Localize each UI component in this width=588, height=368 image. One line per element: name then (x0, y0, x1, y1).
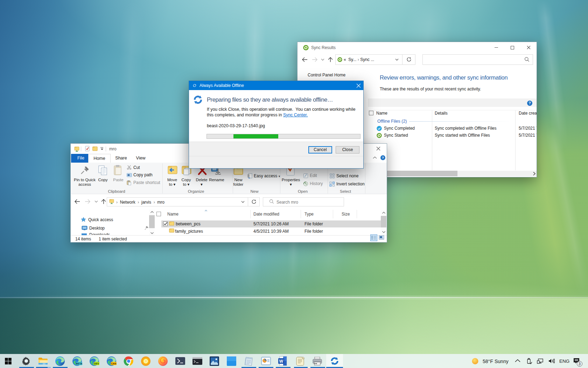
svg-text:BETA: BETA (76, 362, 82, 365)
svg-text:DEV: DEV (94, 362, 99, 365)
svg-text:CAN: CAN (111, 362, 116, 365)
svg-text:W: W (279, 359, 284, 364)
svg-text:?: ? (382, 156, 384, 159)
svg-text:?: ? (528, 101, 531, 105)
